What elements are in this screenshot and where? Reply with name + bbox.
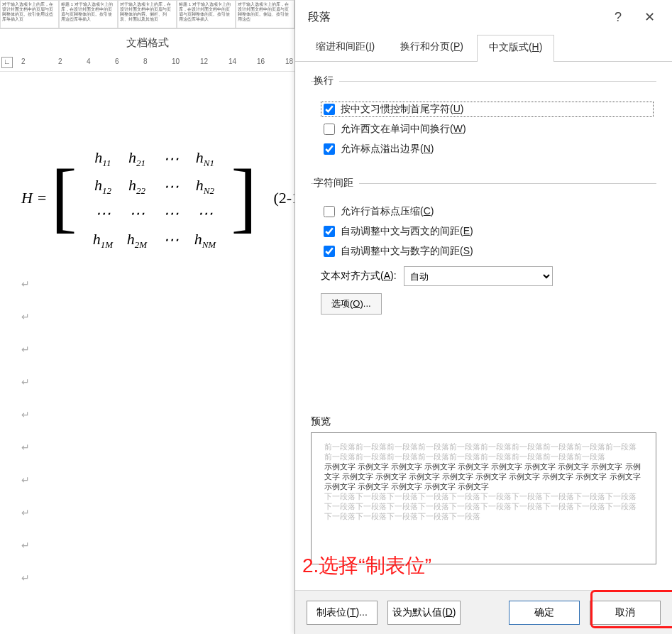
matrix: h11h21⋯hN1 h12h22⋯hN2 ⋯⋯⋯⋯ h1Mh2M⋯hNM [81,142,227,257]
checkbox-adjust-cjk-latin[interactable]: 自动调整中文与西文的间距(E) [321,224,654,239]
help-icon: ? [615,10,622,25]
preview-label: 预览 [311,415,672,428]
checkbox-input[interactable] [324,246,335,257]
paragraph-mark-icon: ↵ [21,507,277,518]
paragraph-mark-icon: ↵ [21,344,277,355]
annotation-text: 2.选择“制表位” [302,552,431,579]
options-button[interactable]: 选项(O)... [321,293,382,315]
help-button[interactable]: ? [602,1,634,33]
text-align-label: 文本对齐方式(A): [321,270,397,283]
tabs-button[interactable]: 制表位(T)... [307,601,378,625]
group-char-spacing-legend: 字符间距 [314,177,359,190]
checkbox-input[interactable] [324,124,335,135]
paragraph-mark-icon: ↵ [21,311,277,322]
text-align-select[interactable]: 自动 [404,266,553,286]
document-style-label[interactable]: 文档格式 [0,28,294,57]
style-thumb[interactable]: 标题 1 对于输入选项卡上的库，在设计封面文档中的页眉与页脚整体的页。按引使用这… [177,0,236,28]
close-button[interactable]: ✕ [634,1,665,33]
style-thumb[interactable]: 对于输入选项卡上的库，在设计封面文档中的页眉与页脚整体的内容。侧栏、列表、封面以… [118,0,177,28]
tab-indent-spacing[interactable]: 缩进和间距(I) [304,34,387,61]
dialog-tabs: 缩进和间距(I) 换行和分页(P) 中文版式(H) [295,34,672,62]
word-document-background: 对于输入选项卡上的库，在设计封面文档中的页眉与页脚整体的页。按引使用这些库等插入… [0,0,294,634]
preview-grey-before: 前一段落前一段落前一段落前一段落前一段落前一段落前一段落前一段落前一段落前一段落… [324,442,643,461]
style-thumb[interactable]: 对于输入选项卡上的库，在设计封面文档中的页眉与页脚整体的页。侧边、按引使用这些 [236,0,294,28]
checkbox-latin-wrap[interactable]: 允许西文在单词中间换行(W) [321,121,654,137]
checkbox-input[interactable] [324,143,335,155]
right-bracket-icon: ] [231,165,257,229]
tab-line-page-breaks[interactable]: 换行和分页(P) [388,34,475,61]
dialog-titlebar[interactable]: 段落 ? ✕ [295,0,672,34]
dialog-title: 段落 [308,10,331,25]
paragraph-mark-icon: ↵ [21,409,277,420]
checkbox-input[interactable] [324,226,335,237]
horizontal-ruler[interactable]: ∟ 2 2 4 6 8 10 12 14 16 18 [0,55,294,72]
group-line-break: 换行 按中文习惯控制首尾字符(U) 允许西文在单词中间换行(W) 允许标点溢出边… [311,75,656,161]
equation[interactable]: H = [ h11h21⋯hN1 h12h22⋯hN2 ⋯⋯⋯⋯ h1Mh2M⋯… [21,142,277,257]
set-default-button[interactable]: 设为默认值(D) [387,601,461,625]
group-char-spacing: 字符间距 允许行首标点压缩(C) 自动调整中文与西文的间距(E) 自动调整中文与… [311,177,656,322]
document-page[interactable]: H = [ h11h21⋯hN1 h12h22⋯hN2 ⋯⋯⋯⋯ h1Mh2M⋯… [21,142,277,584]
checkbox-punct-overflow[interactable]: 允许标点溢出边界(N) [321,141,654,157]
group-line-break-legend: 换行 [314,75,339,87]
equation-lhs: H = [21,189,47,207]
paragraph-mark-icon: ↵ [21,442,277,453]
checkbox-adjust-cjk-number[interactable]: 自动调整中文与数字的间距(S) [321,244,654,259]
dialog-button-bar: 制表位(T)... 设为默认值(D) 确定 取消 [295,590,672,634]
preview-sample-text: 示例文字 示例文字 示例文字 示例文字 示例文字 示例文字 示例文字 示例文字 … [324,461,643,491]
paragraph-mark-icon: ↵ [21,376,277,388]
checkbox-input[interactable] [324,206,335,217]
style-thumbnails: 对于输入选项卡上的库，在设计封面文档中的页眉与页脚整体的页。按引使用这些库等插入… [0,0,294,28]
preview-grey-after: 下一段落下一段落下一段落下一段落下一段落下一段落下一段落下一段落下一段落下一段落… [324,491,643,521]
checkbox-compress-punct[interactable]: 允许行首标点压缩(C) [321,204,654,219]
paragraph-mark-icon: ↵ [21,474,277,486]
paragraph-dialog: 段落 ? ✕ 缩进和间距(I) 换行和分页(P) 中文版式(H) 换行 按中文习… [294,0,672,634]
tab-chinese-typography[interactable]: 中文版式(H) [477,35,554,62]
checkbox-input[interactable] [324,104,335,115]
style-thumb[interactable]: 对于输入选项卡上的库，在设计封面文档中的页眉与页脚整体的页。按引使用这些库等插入… [0,0,59,28]
close-icon: ✕ [644,9,655,25]
paragraph-mark-icon: ↵ [21,540,277,551]
ok-button[interactable]: 确定 [509,601,580,625]
tab-selector-icon[interactable]: ∟ [1,57,13,68]
checkbox-cjk-first-last[interactable]: 按中文习惯控制首尾字符(U) [321,102,654,117]
paragraph-mark-icon: ↵ [21,572,277,584]
style-thumb[interactable]: 标题 1 对于输入选项卡上的库，在设计封面文档中的页眉与页脚整体的页。按引使用这… [59,0,118,28]
preview-box: 前一段落前一段落前一段落前一段落前一段落前一段落前一段落前一段落前一段落前一段落… [311,432,656,564]
paragraph-mark-icon: ↵ [21,278,277,290]
left-bracket-icon: [ [51,165,77,229]
cancel-button[interactable]: 取消 [590,601,661,625]
